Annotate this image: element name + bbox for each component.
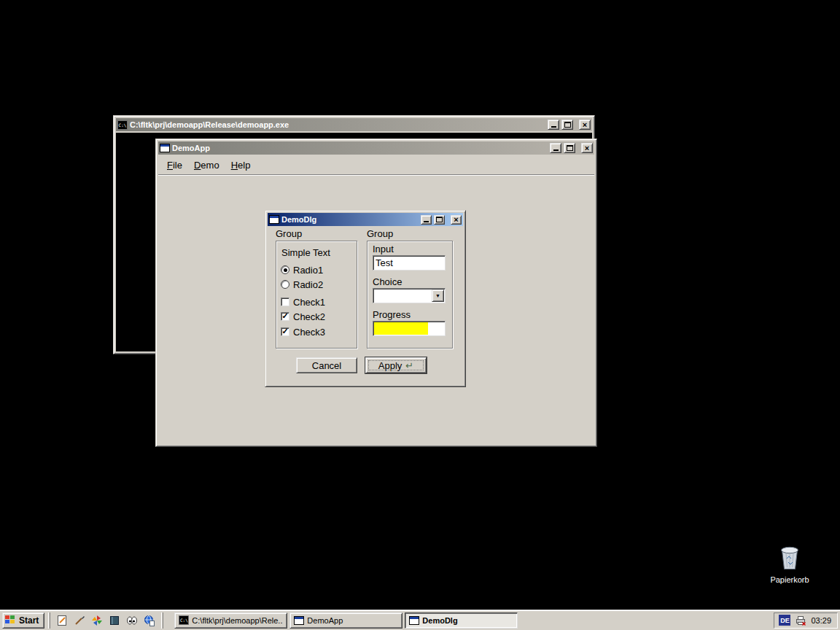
progress-label: Progress	[373, 309, 411, 320]
maximize-glyph	[436, 217, 443, 222]
toolbar-handle[interactable]	[161, 612, 163, 629]
group-label-left: Group	[276, 228, 302, 239]
task-label: DemoApp	[307, 616, 398, 625]
globe-document-icon[interactable]	[143, 614, 156, 627]
radio-dot	[284, 268, 287, 272]
minimize-glyph	[551, 126, 556, 128]
group-label-right: Group	[367, 228, 393, 239]
taskbar-tasks: C:\ C:\fltk\prj\demoapp\Rele... DemoApp …	[174, 612, 518, 629]
desktop-icon-label: Papierkorb	[770, 575, 809, 584]
menu-help[interactable]: Help	[225, 157, 257, 174]
dialog-window-icon	[269, 215, 279, 224]
recycle-bin-icon[interactable]: Papierkorb	[764, 544, 815, 584]
input-label: Input	[373, 244, 394, 254]
book-icon[interactable]	[108, 614, 121, 627]
radio-radio2[interactable]: Radio2	[281, 279, 323, 289]
maximize-glyph	[567, 145, 573, 151]
checkbox-label: Check1	[293, 297, 325, 308]
checkbox-indicator: ✓	[281, 327, 289, 336]
system-tray: DE 03:29	[774, 612, 838, 629]
minimize-button[interactable]	[550, 143, 561, 153]
simple-text-label: Simple Text	[281, 247, 330, 258]
choice-dropdown[interactable]: ▼	[373, 288, 446, 303]
windows-logo-icon	[5, 615, 16, 625]
taskbar-item-console[interactable]: C:\ C:\fltk\prj\demoapp\Rele...	[174, 612, 287, 629]
console-icon: C:\	[179, 615, 189, 625]
minimize-button[interactable]	[421, 215, 432, 225]
dropdown-arrow-glyph: ▼	[435, 293, 440, 298]
taskbar-item-demodlg[interactable]: DemoDlg	[405, 612, 518, 629]
app-window-icon	[294, 616, 304, 625]
printer-error-icon[interactable]	[795, 615, 806, 626]
start-button[interactable]: Start	[2, 612, 44, 629]
checkbox-indicator: ✓	[281, 298, 289, 306]
demoapp-window-title: DemoApp	[172, 144, 548, 152]
close-button[interactable]: ×	[581, 143, 593, 153]
task-label: DemoDlg	[422, 616, 513, 625]
radio-indicator	[281, 280, 289, 289]
checkbox-label: Check2	[293, 311, 325, 322]
progress-fill	[374, 322, 428, 335]
taskbar-item-demoapp[interactable]: DemoApp	[289, 612, 402, 629]
checkbox-check2[interactable]: ✓ Check2	[281, 311, 325, 322]
demodlg-window: DemoDlg × Group Simple Text Radio1 Radio…	[265, 210, 466, 387]
checkbox-label: Check3	[293, 327, 325, 338]
document-pencil-icon[interactable]	[55, 614, 69, 627]
cancel-button[interactable]: Cancel	[296, 357, 357, 373]
radio-label: Radio2	[293, 279, 323, 290]
maximize-button[interactable]	[564, 143, 575, 153]
close-button[interactable]: ×	[451, 215, 462, 225]
pinwheel-icon[interactable]	[90, 614, 104, 627]
keyboard-layout-indicator[interactable]: DE	[779, 615, 790, 626]
apply-button[interactable]: Apply ↵	[365, 357, 427, 373]
apply-button-label: Apply	[378, 360, 402, 371]
taskbar: Start C:\	[0, 610, 840, 630]
chevron-down-icon[interactable]: ▼	[432, 289, 444, 302]
return-key-icon: ↵	[405, 361, 413, 370]
eyes-icon[interactable]	[125, 614, 139, 627]
checkbox-check3[interactable]: ✓ Check3	[281, 327, 325, 337]
maximize-button[interactable]	[434, 215, 445, 225]
minimize-button[interactable]	[548, 120, 559, 130]
quick-launch-bar	[54, 614, 158, 627]
clock[interactable]: 03:29	[811, 616, 831, 625]
console-titlebar[interactable]: C:\ C:\fltk\prj\demoapp\Release\demoapp.…	[116, 118, 592, 131]
start-button-label: Start	[19, 615, 39, 626]
progress-bar	[373, 321, 446, 336]
app-window-icon	[409, 616, 419, 625]
radio-radio1[interactable]: Radio1	[281, 265, 323, 275]
close-button[interactable]: ×	[579, 120, 591, 130]
trash-bin-icon	[777, 544, 802, 573]
demodlg-titlebar[interactable]: DemoDlg ×	[268, 213, 463, 226]
checkbox-indicator: ✓	[281, 312, 289, 321]
choice-selected-value	[373, 289, 431, 303]
maximize-glyph	[564, 122, 571, 128]
toolbar-handle[interactable]	[48, 612, 50, 629]
choice-label: Choice	[373, 276, 402, 287]
console-window-title: C:\fltk\prj\demoapp\Release\demoapp.exe	[130, 120, 545, 129]
task-label: C:\fltk\prj\demoapp\Rele...	[192, 616, 283, 625]
menu-file[interactable]: File	[161, 157, 188, 174]
app-window-icon	[160, 144, 170, 152]
radio-label: Radio1	[293, 265, 323, 276]
desktop: C:\ C:\fltk\prj\demoapp\Release\demoapp.…	[0, 0, 840, 630]
demodlg-window-title: DemoDlg	[281, 215, 419, 224]
minimize-glyph	[424, 221, 429, 222]
checkbox-check1[interactable]: ✓ Check1	[281, 297, 325, 307]
input-field[interactable]	[373, 255, 446, 271]
maximize-button[interactable]	[561, 120, 573, 130]
console-icon: C:\	[117, 120, 128, 130]
radio-indicator	[281, 265, 289, 274]
menubar: File Demo Help	[158, 156, 594, 175]
menu-demo[interactable]: Demo	[188, 157, 225, 174]
check-mark: ✓	[281, 312, 288, 320]
demoapp-titlebar[interactable]: DemoApp ×	[158, 141, 594, 155]
check-mark: ✓	[281, 327, 288, 335]
minimize-glyph	[553, 149, 559, 151]
paintbrush-icon[interactable]	[73, 614, 86, 627]
demodlg-body: Group Simple Text Radio1 Radio2 ✓ Check1…	[268, 228, 462, 384]
